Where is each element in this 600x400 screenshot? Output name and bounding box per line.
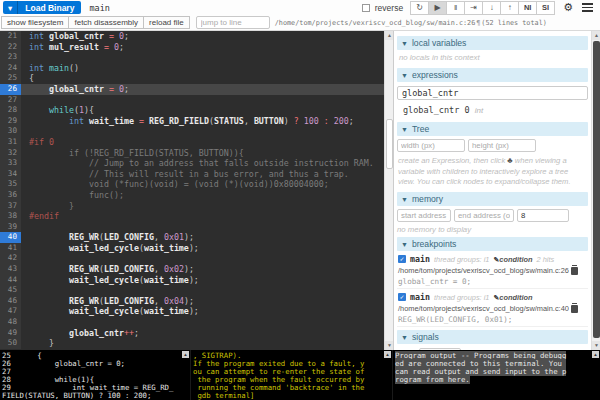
reload-file-button[interactable]: reload file <box>143 16 190 29</box>
line-number[interactable]: 22 <box>0 42 21 53</box>
reverse-label: reverse <box>375 3 403 13</box>
editor-scrollbar[interactable]: ▲ ▼ <box>384 31 393 350</box>
line-number[interactable]: 34 <box>0 169 21 180</box>
code-text: wait_led_cycle(wait_time); <box>21 243 393 254</box>
jump-to-line-input[interactable] <box>196 16 270 29</box>
gear-icon[interactable]: ⚙ <box>563 2 573 13</box>
line-number[interactable]: 35 <box>0 179 21 190</box>
breakpoint-condition[interactable]: ✎condition <box>493 293 532 302</box>
code-text: int global_cntr = 0; <box>21 31 393 42</box>
expressions-header[interactable]: ▼ expressions <box>397 68 588 82</box>
program-output-terminal[interactable]: Program output -- Programs being debugg … <box>392 350 600 400</box>
line-number[interactable]: 43 <box>0 264 21 275</box>
local-variables-empty-text: no locals in this context <box>397 50 588 65</box>
scroll-up-icon[interactable]: ▲ <box>385 31 393 40</box>
memory-header[interactable]: ▼ memory <box>397 192 588 206</box>
load-binary-label[interactable]: Load Binary <box>18 1 81 14</box>
tree-header[interactable]: ▼ Tree <box>397 122 588 136</box>
signals-header[interactable]: ▼ signals <box>397 330 588 344</box>
continue-button[interactable]: ▶ <box>428 1 447 15</box>
line-number[interactable]: 21 <box>0 31 21 42</box>
breakpoint-item[interactable]: ✓mainthread groups: i1✎condition2 hits/h… <box>397 251 588 289</box>
breakpoints-header[interactable]: ▼ breakpoints <box>397 237 588 251</box>
next-button[interactable]: ⇥ <box>464 1 483 15</box>
line-number[interactable]: 37 <box>0 201 21 212</box>
line-number[interactable]: 44 <box>0 275 21 286</box>
line-number[interactable]: 46 <box>0 296 21 307</box>
sidebar-scrollbar-thumb[interactable] <box>593 41 600 338</box>
line-number[interactable]: 23 <box>0 52 21 63</box>
breakpoint-checkbox[interactable]: ✓ <box>398 293 406 301</box>
gdb-source-terminal[interactable]: 25 { 26 global_cntr = 0; 27 28 while(1){… <box>0 350 190 400</box>
scroll-up-icon[interactable]: ▲ <box>384 351 391 358</box>
code-line: 43 REG_WR(LED_CONFIG, 0x02); <box>0 264 393 275</box>
file-toolbar: show filesystemfetch disassemblyreload f… <box>0 15 600 31</box>
line-number[interactable]: 49 <box>0 328 21 339</box>
line-number[interactable]: 31 <box>0 137 21 148</box>
pause-button[interactable]: ‖ <box>446 1 465 15</box>
step-button[interactable]: ↓ <box>482 1 501 15</box>
line-number[interactable]: 32 <box>0 148 21 159</box>
memory-title: memory <box>412 194 443 204</box>
delete-breakpoint-icon[interactable] <box>571 305 578 313</box>
expression-type: int <box>475 106 483 115</box>
breakpoint-list: ✓mainthread groups: i1✎condition2 hits/h… <box>397 251 588 327</box>
breakpoint-hits: 2 hits <box>537 255 555 264</box>
reverse-checkbox[interactable] <box>362 4 370 12</box>
line-number[interactable]: 45 <box>0 285 21 296</box>
terminal-strip: 25 { 26 global_cntr = 0; 27 28 while(1){… <box>0 350 600 400</box>
memory-bytes-input[interactable] <box>517 209 569 222</box>
line-number[interactable]: 29 <box>0 116 21 127</box>
line-number[interactable]: 27 <box>0 95 21 106</box>
expression-result[interactable]: global_cntr 0 int <box>397 100 588 119</box>
breakpoint-condition[interactable]: ✎condition <box>493 255 532 264</box>
line-number[interactable]: 47 <box>0 306 21 317</box>
restart-button[interactable]: ↻ <box>410 1 429 15</box>
line-number[interactable]: 40 <box>0 232 21 243</box>
line-number[interactable]: 50 <box>0 338 21 349</box>
editor-scrollbar-thumb[interactable] <box>386 119 393 169</box>
code-line: 46 REG_WR(LED_CONFIG, 0x04); <box>0 296 393 307</box>
line-number[interactable]: 24 <box>0 63 21 74</box>
code-line: 21int global_cntr = 0; <box>0 31 393 42</box>
scroll-down-icon[interactable]: ▼ <box>385 341 393 350</box>
line-number[interactable]: 36 <box>0 190 21 201</box>
memory-start-address-input[interactable] <box>397 209 451 222</box>
line-number[interactable]: 28 <box>0 105 21 116</box>
sidebar-scrollbar[interactable]: ▲ ▼ <box>591 31 600 350</box>
code-text: REG_WR(LED_CONFIG, 0x04); <box>21 296 393 307</box>
tree-width-input[interactable] <box>397 139 465 152</box>
line-number[interactable]: 42 <box>0 253 21 264</box>
load-binary-button[interactable]: ▾ Load Binary <box>3 1 81 14</box>
file-button-group: show filesystemfetch disassemblyreload f… <box>2 16 190 29</box>
line-number[interactable]: 39 <box>0 222 21 233</box>
line-number[interactable]: 25 <box>0 73 21 84</box>
breakpoint-item[interactable]: ✓mainthread groups: i1✎condition/home/to… <box>397 289 588 327</box>
local-variables-header[interactable]: ▼ local variables <box>397 36 588 50</box>
line-number[interactable]: 41 <box>0 243 21 254</box>
menu-icon[interactable] <box>582 3 593 12</box>
line-number[interactable]: 33 <box>0 158 21 169</box>
scroll-up-icon[interactable]: ▲ <box>592 351 599 358</box>
chevron-down-icon[interactable]: ▾ <box>3 1 18 14</box>
tree-height-input[interactable] <box>468 139 536 152</box>
scroll-up-icon[interactable]: ▲ <box>182 351 189 358</box>
line-number[interactable]: 26 <box>0 84 21 95</box>
return-button[interactable]: ↑ <box>500 1 519 15</box>
scroll-up-icon[interactable]: ▲ <box>592 31 600 40</box>
line-number[interactable]: 48 <box>0 317 21 328</box>
show-filesystem-button[interactable]: show filesystem <box>1 16 69 29</box>
memory-end-address-input[interactable] <box>454 209 514 222</box>
scroll-down-icon[interactable]: ▼ <box>592 341 600 350</box>
delete-breakpoint-icon[interactable] <box>571 267 578 275</box>
local-variables-title: local variables <box>412 38 466 48</box>
breakpoint-checkbox[interactable]: ✓ <box>398 255 406 263</box>
expression-input[interactable] <box>397 86 588 100</box>
step-instruction-button[interactable]: SI <box>536 1 555 15</box>
line-number[interactable]: 30 <box>0 126 21 137</box>
line-number[interactable]: 38 <box>0 211 21 222</box>
next-instruction-button[interactable]: NI <box>518 1 537 15</box>
code-text: void (*func)(void) = (void (*)(void))0x8… <box>21 179 393 190</box>
fetch-disassembly-button[interactable]: fetch disassembly <box>68 16 144 29</box>
gdb-console-terminal[interactable]: , SIGTRAP). If the program exited due to… <box>190 350 392 400</box>
